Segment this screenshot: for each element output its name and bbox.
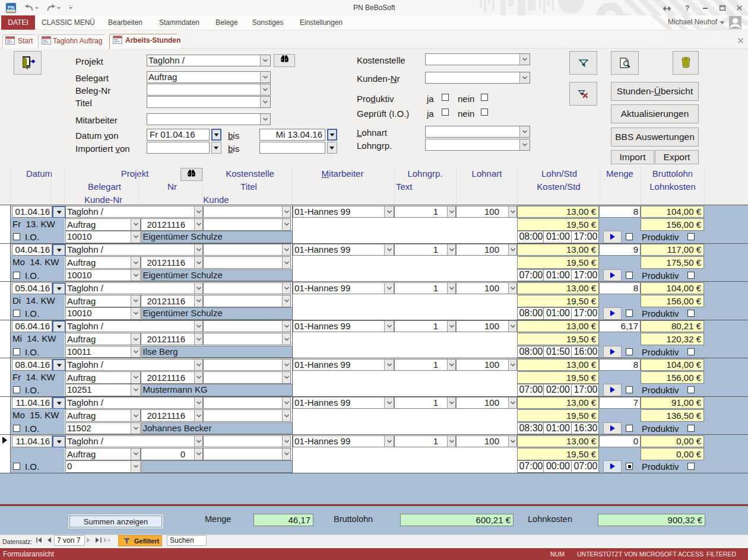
svg-text:PN: PN [8,5,14,10]
